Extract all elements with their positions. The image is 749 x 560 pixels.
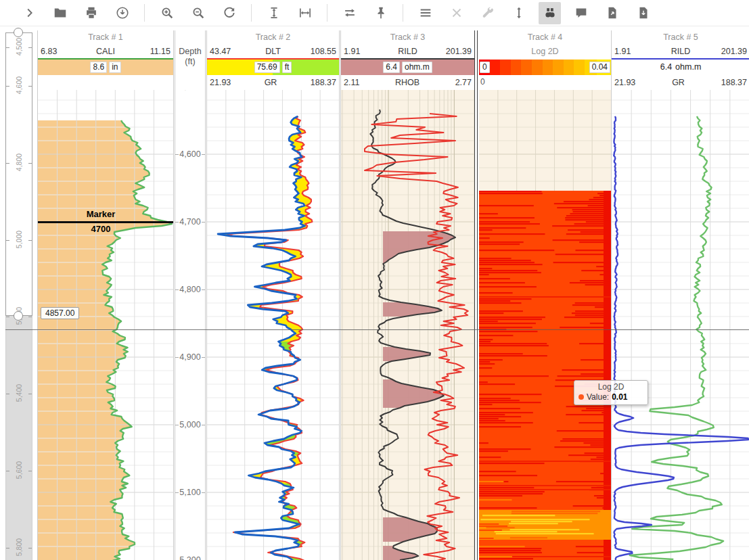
track-2-plot[interactable] bbox=[207, 90, 339, 560]
overview-tick bbox=[6, 394, 9, 394]
plot-t3-canvas bbox=[341, 90, 474, 560]
track-5: Track # 5 1.91 RILD 201.39 6.4ohm.m 21.9… bbox=[611, 30, 749, 560]
depth-tick-label: 5,000 bbox=[175, 420, 205, 429]
depth-tick-label: 4,900 bbox=[175, 352, 205, 362]
track-title: Track # 2 bbox=[207, 30, 339, 45]
track-title: Track # 4 bbox=[479, 30, 611, 45]
tools-icon bbox=[480, 5, 495, 20]
toolbar-zoom-out-button[interactable] bbox=[187, 2, 209, 24]
export-file-icon bbox=[605, 5, 620, 20]
toolbar-fit-width-button[interactable] bbox=[294, 2, 316, 24]
curve-name: RHOB bbox=[395, 78, 419, 87]
depth-tick-label: 5,200 bbox=[175, 555, 205, 560]
curve-header-dlt[interactable]: 43.47 DLT 108.55 bbox=[207, 45, 339, 60]
curve-header-rhob[interactable]: 2.11 RHOB 2.77 bbox=[341, 75, 474, 90]
toolbar-download-button[interactable] bbox=[111, 2, 133, 24]
track-1: Track # 1 6.83 CALI 11.15 8.6 in Marker … bbox=[37, 30, 174, 560]
depth-tick-dash bbox=[175, 492, 179, 493]
overview-tick bbox=[28, 47, 32, 48]
expand-panel-icon bbox=[22, 5, 37, 20]
overview-depth-label: 5,600 bbox=[15, 457, 23, 484]
log2d-colorbar: 0 0.04 bbox=[479, 60, 611, 75]
rild-value-bar: 6.4 ohm.m bbox=[341, 60, 474, 75]
toolbar-swap-orientation-button[interactable] bbox=[338, 2, 361, 24]
overview-depth-label: 5,000 bbox=[15, 226, 23, 253]
toolbar-export-file-button[interactable] bbox=[601, 2, 623, 24]
overview-depth-label: 5,800 bbox=[15, 534, 23, 560]
open-folder-icon bbox=[53, 5, 68, 20]
curve-max: 201.39 bbox=[721, 47, 747, 56]
depth-tick-dash bbox=[175, 357, 179, 358]
overview-depth-label: 4,800 bbox=[15, 149, 23, 176]
overview-tick bbox=[28, 240, 32, 241]
print-icon bbox=[84, 5, 99, 20]
toolbar-print-button[interactable] bbox=[80, 2, 102, 24]
track-4: Track # 4 Log 2D 0 0.04 0 bbox=[479, 30, 612, 560]
toolbar-save-file-button[interactable] bbox=[632, 2, 654, 24]
curve-header-gr[interactable]: 21.93 GR 188.37 bbox=[207, 75, 339, 90]
depth-tick-label: 4,700 bbox=[175, 217, 205, 227]
toolbar-fit-height-button[interactable] bbox=[263, 2, 285, 24]
toolbar-resize-vertical-button[interactable] bbox=[507, 2, 530, 24]
reset-zoom-icon bbox=[222, 5, 237, 20]
overview-tick bbox=[28, 471, 32, 471]
track-title: Track # 1 bbox=[38, 30, 173, 45]
curve-min: 43.47 bbox=[210, 47, 231, 56]
zoom-out-icon bbox=[191, 5, 206, 20]
track-splitter[interactable] bbox=[474, 30, 478, 560]
track-3-plot[interactable] bbox=[341, 90, 474, 560]
toolbar-pin-button[interactable] bbox=[369, 2, 392, 24]
toolbar-separator bbox=[327, 4, 327, 22]
overview-tick bbox=[6, 86, 9, 87]
track-5-plot[interactable] bbox=[612, 90, 749, 560]
curve-unit-chip: ohm.m bbox=[402, 62, 432, 73]
curve-header-rild[interactable]: 1.91 RILD 201.39 bbox=[612, 45, 749, 60]
toolbar-separator bbox=[251, 4, 252, 22]
curve-value-chip: 75.69 bbox=[254, 62, 280, 73]
toolbar-annotation-button[interactable] bbox=[570, 2, 592, 24]
depth-tick-dash bbox=[175, 289, 179, 290]
overview-tick bbox=[28, 86, 32, 87]
curve-unit-chip: ft bbox=[282, 62, 292, 73]
toolbar-zoom-in-button[interactable] bbox=[156, 2, 178, 24]
track-4-plot[interactable] bbox=[479, 90, 611, 560]
depth-marker-line[interactable] bbox=[38, 221, 173, 223]
depth-tick-dash bbox=[202, 154, 205, 155]
curve-max: 188.37 bbox=[721, 78, 747, 87]
depth-tick-dash bbox=[175, 154, 179, 155]
curve-header-gr[interactable]: 21.93 GR 188.37 bbox=[612, 75, 749, 90]
toolbar bbox=[0, 0, 749, 26]
plot-t2-canvas bbox=[207, 90, 339, 560]
toolbar-expand-panel-button[interactable] bbox=[18, 2, 40, 24]
depth-axis-title: Depth (ft) bbox=[175, 47, 205, 67]
toolbar-menu-button[interactable] bbox=[414, 2, 436, 24]
overview-handle-top[interactable] bbox=[14, 28, 23, 37]
cali-value-bar: 8.6 in bbox=[38, 60, 173, 75]
depth-tick-dash bbox=[202, 425, 205, 425]
toolbar-reset-zoom-button[interactable] bbox=[218, 2, 240, 24]
track-title: Track # 3 bbox=[341, 30, 474, 45]
overview-handle-bottom[interactable] bbox=[14, 311, 23, 321]
depth-axis-column: Depth (ft) 4,5004,6004,7004,8004,9005,00… bbox=[175, 30, 206, 560]
resize-vertical-icon bbox=[512, 5, 526, 20]
toolbar-open-folder-button[interactable] bbox=[49, 2, 71, 24]
toolbar-tools-button bbox=[476, 2, 499, 24]
plot-t4-canvas bbox=[479, 90, 611, 560]
overview-tick bbox=[6, 548, 9, 549]
toolbar-inspect-binoculars-button[interactable] bbox=[539, 2, 561, 24]
track-1-plot[interactable] bbox=[38, 90, 173, 560]
curve-max: 11.15 bbox=[150, 47, 171, 56]
overview-depth-label: 4,500 bbox=[15, 33, 23, 60]
plot-t5-canvas bbox=[612, 90, 749, 560]
depth-overview-scrollbar[interactable]: 4,5004,6004,8005,0005,2005,4005,6005,800 bbox=[5, 32, 32, 560]
rild-value-text: 6.4ohm.m bbox=[612, 60, 749, 75]
overview-tick bbox=[6, 317, 9, 317]
log2d-header[interactable]: Log 2D bbox=[479, 45, 611, 60]
overview-tick bbox=[6, 471, 9, 471]
curve-header-cali[interactable]: 6.83 CALI 11.15 bbox=[38, 45, 173, 60]
toolbar-separator bbox=[403, 4, 403, 22]
depth-tick-dash bbox=[202, 492, 205, 493]
curve-header-rild[interactable]: 1.91 RILD 201.39 bbox=[341, 45, 474, 60]
menu-icon bbox=[418, 5, 433, 20]
overview-depth-label: 4,600 bbox=[15, 72, 23, 99]
